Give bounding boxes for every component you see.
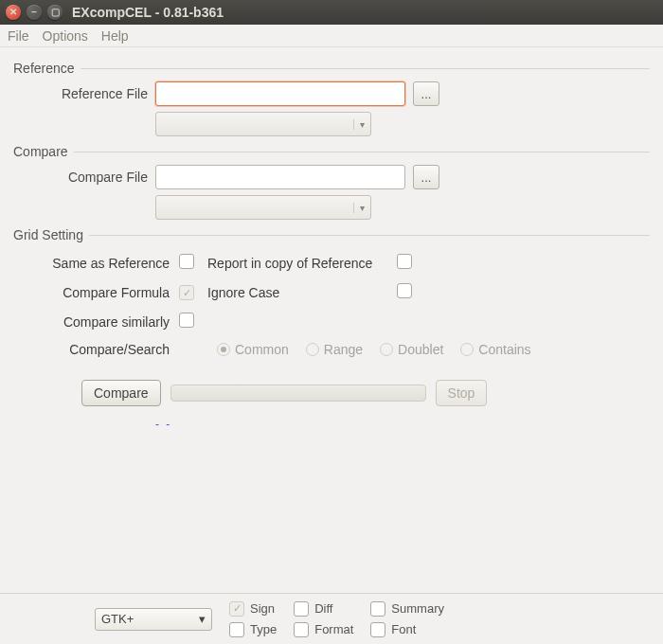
radio-contains-label: Contains xyxy=(478,342,530,357)
compare-button[interactable]: Compare xyxy=(81,380,161,406)
diff-label: Diff xyxy=(314,601,332,616)
compare-formula-label: Compare Formula xyxy=(13,285,179,300)
radio-common[interactable] xyxy=(217,343,230,356)
reference-file-label: Reference File xyxy=(13,86,155,101)
group-reference-label: Reference xyxy=(13,61,75,76)
summary-label: Summary xyxy=(391,601,444,616)
font-label: Font xyxy=(391,622,416,636)
compare-search-label: Compare/Search xyxy=(13,342,179,357)
window-titlebar: ✕ – ▢ EXcompCEL - 0.81-b361 xyxy=(0,0,663,25)
reference-browse-button[interactable]: ... xyxy=(413,81,439,106)
divider xyxy=(74,152,650,152)
ignore-case-label: Ignore Case xyxy=(207,285,397,300)
divider xyxy=(89,235,650,236)
diff-checkbox[interactable] xyxy=(294,601,309,617)
window-title: EXcompCEL - 0.81-b361 xyxy=(72,5,224,20)
radio-common-label: Common xyxy=(235,342,289,357)
compare-similarly-checkbox[interactable] xyxy=(179,313,194,328)
theme-combo[interactable]: GTK+ ▾ xyxy=(95,608,212,631)
type-checkbox[interactable] xyxy=(229,622,244,637)
theme-value: GTK+ xyxy=(101,612,134,626)
sign-checkbox[interactable]: ✓ xyxy=(229,601,244,617)
close-icon[interactable]: ✕ xyxy=(6,5,21,20)
menubar: File Options Help xyxy=(0,25,663,47)
reference-sheet-combo[interactable]: ▾ xyxy=(155,112,371,136)
window-buttons: ✕ – ▢ xyxy=(6,5,63,20)
stop-button[interactable]: Stop xyxy=(436,380,488,406)
radio-doublet-label: Doublet xyxy=(398,342,443,357)
compare-similarly-label: Compare similarly xyxy=(13,314,179,330)
compare-browse-button[interactable]: ... xyxy=(413,165,439,189)
group-compare-label: Compare xyxy=(13,144,68,159)
format-label: Format xyxy=(314,622,353,636)
compare-formula-checkbox[interactable]: ✓ xyxy=(179,285,194,300)
type-label: Type xyxy=(250,622,277,636)
radio-contains[interactable] xyxy=(460,343,474,356)
reference-file-input[interactable] xyxy=(155,81,405,106)
same-as-reference-checkbox[interactable] xyxy=(179,254,194,269)
chevron-down-icon: ▾ xyxy=(353,203,365,213)
font-checkbox[interactable] xyxy=(370,622,385,637)
chevron-down-icon: ▾ xyxy=(353,119,365,130)
status-links: - - xyxy=(155,418,650,431)
compare-file-label: Compare File xyxy=(13,170,155,185)
radio-doublet[interactable] xyxy=(380,343,393,356)
sign-label: Sign xyxy=(250,601,275,616)
group-reference: Reference xyxy=(13,61,650,76)
chevron-down-icon: ▾ xyxy=(199,612,206,626)
format-checkbox[interactable] xyxy=(294,622,309,637)
group-grid-setting: Grid Setting xyxy=(13,227,650,242)
group-compare: Compare xyxy=(13,144,650,159)
bottom-bar: GTK+ ▾ ✓Sign Diff Summary Type Format Fo… xyxy=(0,593,663,644)
report-copy-checkbox[interactable] xyxy=(397,254,412,269)
report-copy-label: Report in copy of Reference xyxy=(207,256,397,271)
compare-file-input[interactable] xyxy=(155,165,405,189)
menu-options[interactable]: Options xyxy=(43,28,88,44)
minimize-icon[interactable]: – xyxy=(27,5,42,20)
maximize-icon[interactable]: ▢ xyxy=(47,5,63,20)
radio-range[interactable] xyxy=(306,343,319,356)
progress-bar xyxy=(170,385,426,402)
menu-help[interactable]: Help xyxy=(101,28,129,44)
summary-checkbox[interactable] xyxy=(370,601,385,617)
divider xyxy=(81,68,650,69)
radio-range-label: Range xyxy=(324,342,363,357)
same-as-reference-label: Same as Reference xyxy=(13,256,179,271)
ignore-case-checkbox[interactable] xyxy=(397,283,412,298)
group-grid-setting-label: Grid Setting xyxy=(13,227,83,242)
menu-file[interactable]: File xyxy=(8,28,29,44)
compare-sheet-combo[interactable]: ▾ xyxy=(155,195,371,220)
